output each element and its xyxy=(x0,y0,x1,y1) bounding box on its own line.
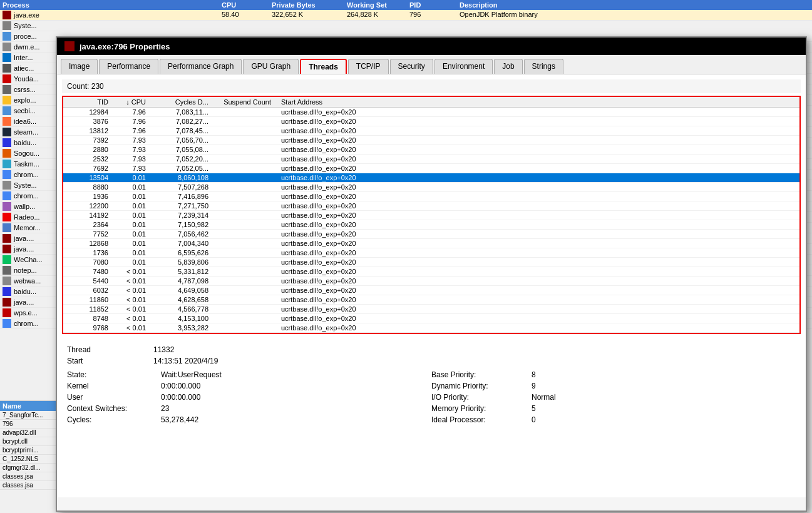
thread-tid: 7080 xyxy=(63,258,113,267)
thread-cpu: 0.01 xyxy=(113,173,151,183)
table-row[interactable]: Syste... xyxy=(0,21,812,31)
thread-tid: 11860 xyxy=(63,295,113,305)
thread-table-row[interactable]: 13812 7.96 7,078,45... ucrtbase.dll!o_ex… xyxy=(63,126,799,136)
atiec-icon xyxy=(3,64,11,73)
thread-addr: ucrtbase.dll!o_exp+0x20 xyxy=(276,248,799,258)
tab-job[interactable]: Job xyxy=(494,59,522,74)
thread-table-row[interactable]: 8880 0.01 7,507,268 ucrtbase.dll!o_exp+0… xyxy=(63,183,799,192)
sort-arrow-cpu: ↓ xyxy=(126,98,130,106)
csrss-icon xyxy=(3,85,11,94)
thread-table-row[interactable]: 6032 < 0.01 4,649,058 ucrtbase.dll!o_exp… xyxy=(63,286,799,295)
thread-addr: ucrtbase.dll!o_exp+0x20 xyxy=(276,277,799,286)
thread-cycles: 5,331,812 xyxy=(151,267,213,277)
thread-table-header: TID ↓ CPU Cycles D... Suspend Count Star… xyxy=(63,97,799,108)
tab-performance[interactable]: Performance xyxy=(99,59,158,74)
col-suspend-header[interactable]: Suspend Count xyxy=(213,97,276,108)
thread-tid: 1736 xyxy=(63,248,113,258)
thread-suspend xyxy=(213,305,276,314)
tab-performance-graph[interactable]: Performance Graph xyxy=(160,59,242,74)
thread-table-row[interactable]: 8748 < 0.01 4,153,100 ucrtbase.dll!o_exp… xyxy=(63,314,799,323)
tab-threads[interactable]: Threads xyxy=(300,59,347,74)
thread-table-row[interactable]: 3876 7.96 7,082,27... ucrtbase.dll!o_exp… xyxy=(63,117,799,126)
thread-table-row[interactable]: 5440 < 0.01 4,787,098 ucrtbase.dll!o_exp… xyxy=(63,277,799,286)
memory-priority-row: Memory Priority: 5 xyxy=(431,403,796,414)
dynamic-priority-value: 9 xyxy=(532,382,536,390)
taskm-icon xyxy=(3,160,11,168)
thread-cpu: < 0.01 xyxy=(113,295,151,305)
dynamic-priority-row: Dynamic Priority: 9 xyxy=(431,380,796,392)
thread-addr: ucrtbase.dll!o_exp+0x20 xyxy=(276,230,799,239)
baidu2-icon xyxy=(3,287,11,296)
thread-table-row[interactable]: 12200 0.01 7,271,750 ucrtbase.dll!o_exp+… xyxy=(63,201,799,211)
thread-table-row[interactable]: 1736 0.01 6,595,626 ucrtbase.dll!o_exp+0… xyxy=(63,248,799,258)
thread-table-row[interactable]: 2880 7.93 7,055,08... ucrtbase.dll!o_exp… xyxy=(63,145,799,155)
thread-addr: ucrtbase.dll!o_exp+0x20 xyxy=(276,323,799,333)
table-row[interactable]: java.exe 58.40 322,652 K 264,828 K 796 O… xyxy=(0,10,812,21)
process-icon xyxy=(3,32,11,41)
col-addr-header[interactable]: Start Address xyxy=(276,97,799,108)
thread-table-row[interactable]: 13504 0.01 8,060,108 ucrtbase.dll!o_exp+… xyxy=(63,173,799,183)
col-cpu-header[interactable]: ↓ CPU xyxy=(113,97,151,108)
thread-suspend xyxy=(213,277,276,286)
thread-suspend xyxy=(213,164,276,173)
thread-tid: 6032 xyxy=(63,286,113,295)
tab-strings[interactable]: Strings xyxy=(524,59,563,74)
thread-cpu: 7.93 xyxy=(113,136,151,145)
thread-addr: ucrtbase.dll!o_exp+0x20 xyxy=(276,295,799,305)
thread-table-row[interactable]: 7080 0.01 5,839,806 ucrtbase.dll!o_exp+0… xyxy=(63,258,799,267)
base-priority-row: Base Priority: 8 xyxy=(431,369,796,380)
process-column-headers: Process CPU Private Bytes Working Set PI… xyxy=(0,0,812,10)
process-private: 322,652 K xyxy=(272,11,347,19)
thread-cycles: 7,083,11... xyxy=(151,108,213,117)
thread-suspend xyxy=(213,220,276,230)
chrom-icon xyxy=(3,170,11,179)
context-switches-row: Context Switches: 23 xyxy=(67,403,431,414)
thread-table-row[interactable]: 11860 < 0.01 4,628,658 ucrtbase.dll!o_ex… xyxy=(63,295,799,305)
process-cpu: 58.40 xyxy=(222,11,272,19)
thread-table-body: 12984 7.96 7,083,11... ucrtbase.dll!o_ex… xyxy=(63,108,799,333)
thread-table-row[interactable]: 2532 7.93 7,052,20... ucrtbase.dll!o_exp… xyxy=(63,155,799,164)
thread-table-row[interactable]: 2364 0.01 7,150,982 ucrtbase.dll!o_exp+0… xyxy=(63,220,799,230)
col-pid: PID xyxy=(409,1,460,9)
col-cpu: CPU xyxy=(222,1,272,9)
thread-tid: 12984 xyxy=(63,108,113,117)
thread-tid: 7692 xyxy=(63,164,113,173)
io-priority-row: I/O Priority: Normal xyxy=(431,392,796,403)
thread-count-label: Count: xyxy=(67,82,89,91)
col-cycles-header[interactable]: Cycles D... xyxy=(151,97,213,108)
thread-table-row[interactable]: 12868 0.01 7,004,340 ucrtbase.dll!o_exp+… xyxy=(63,239,799,248)
tab-image[interactable]: Image xyxy=(61,59,98,74)
memor-icon xyxy=(3,223,11,232)
thread-table-row[interactable]: 11852 < 0.01 4,566,778 ucrtbase.dll!o_ex… xyxy=(63,305,799,314)
thread-cpu: < 0.01 xyxy=(113,314,151,323)
thread-tid: 14192 xyxy=(63,211,113,220)
col-tid-header[interactable]: TID xyxy=(63,97,113,108)
thread-cycles: 7,004,340 xyxy=(151,239,213,248)
thread-cycles: 4,566,778 xyxy=(151,305,213,314)
thread-table-row[interactable]: 14192 0.01 7,239,314 ucrtbase.dll!o_exp+… xyxy=(63,211,799,220)
thread-cpu: 7.93 xyxy=(113,164,151,173)
name-list-item: classes.jsa xyxy=(0,472,56,481)
thread-table-row[interactable]: 9768 < 0.01 3,953,282 ucrtbase.dll!o_exp… xyxy=(63,323,799,333)
tab-environment[interactable]: Environment xyxy=(434,59,493,74)
thread-addr: ucrtbase.dll!o_exp+0x20 xyxy=(276,192,799,201)
thread-table-row[interactable]: 1936 0.01 7,416,896 ucrtbase.dll!o_exp+0… xyxy=(63,192,799,201)
thread-table-row[interactable]: 7692 7.93 7,052,05... ucrtbase.dll!o_exp… xyxy=(63,164,799,173)
thread-tid: 2364 xyxy=(63,220,113,230)
thread-suspend xyxy=(213,211,276,220)
thread-table-row[interactable]: 7480 < 0.01 5,331,812 ucrtbase.dll!o_exp… xyxy=(63,267,799,277)
tab-gpu-graph[interactable]: GPU Graph xyxy=(243,59,299,74)
thread-table-row[interactable]: 7752 0.01 7,056,462 ucrtbase.dll!o_exp+0… xyxy=(63,230,799,239)
cycles-label: Cycles: xyxy=(67,415,161,424)
tab-tcp-ip[interactable]: TCP/IP xyxy=(348,59,389,74)
properties-content: Count: 230 TID ↓ CPU Cycles D... Suspend… xyxy=(57,74,806,497)
name-items-list: 7_SangforTc...796advapi32.dllbcrypt.dllb… xyxy=(0,411,56,490)
tab-security[interactable]: Security xyxy=(390,59,433,74)
thread-table-row[interactable]: 12984 7.96 7,083,11... ucrtbase.dll!o_ex… xyxy=(63,108,799,117)
name-list-item: advapi32.dll xyxy=(0,429,56,437)
thread-suspend xyxy=(213,258,276,267)
state-value: Wait:UserRequest xyxy=(161,370,222,379)
col-description: Description xyxy=(460,1,809,9)
thread-table-row[interactable]: 7392 7.93 7,056,70... ucrtbase.dll!o_exp… xyxy=(63,136,799,145)
properties-window: java.exe:796 Properties Image Performanc… xyxy=(56,36,807,512)
